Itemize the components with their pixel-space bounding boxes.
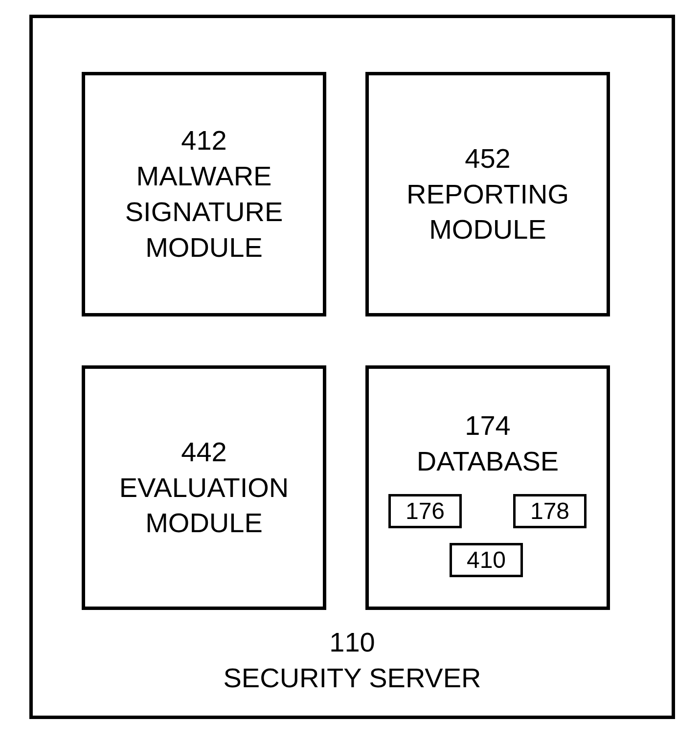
malware-signature-module: 412 MALWARE SIGNATURE MODULE xyxy=(82,72,326,316)
module-number: 442 xyxy=(181,434,226,470)
module-label-line: EVALUATION xyxy=(119,470,289,506)
container-number: 110 xyxy=(33,625,672,660)
module-label-line: MODULE xyxy=(429,212,546,248)
database-sub-box-176: 176 xyxy=(388,494,462,528)
container-label: SECURITY SERVER xyxy=(33,660,672,696)
sub-box-label: 410 xyxy=(467,546,506,573)
security-server-container: 412 MALWARE SIGNATURE MODULE 452 REPORTI… xyxy=(29,15,675,719)
sub-box-label: 178 xyxy=(530,497,569,524)
modules-grid: 412 MALWARE SIGNATURE MODULE 452 REPORTI… xyxy=(82,72,615,620)
module-number: 452 xyxy=(465,141,510,177)
module-label-line: REPORTING xyxy=(406,177,569,212)
evaluation-module: 442 EVALUATION MODULE xyxy=(82,365,326,610)
module-label-line: SIGNATURE xyxy=(125,194,283,230)
database-sub-box-178: 178 xyxy=(513,494,587,528)
module-label-line: MODULE xyxy=(145,505,263,541)
module-number: 174 xyxy=(465,408,510,444)
database-module: 174 DATABASE 176 178 410 xyxy=(365,365,610,610)
container-footer-label: 110 SECURITY SERVER xyxy=(33,625,672,696)
reporting-module: 452 REPORTING MODULE xyxy=(365,72,610,316)
sub-box-label: 176 xyxy=(406,497,445,524)
module-label-line: MODULE xyxy=(145,230,263,266)
module-label-line: MALWARE xyxy=(136,158,272,194)
database-sub-box-410: 410 xyxy=(450,543,523,577)
module-label-line: DATABASE xyxy=(417,444,559,479)
module-number: 412 xyxy=(181,123,226,158)
